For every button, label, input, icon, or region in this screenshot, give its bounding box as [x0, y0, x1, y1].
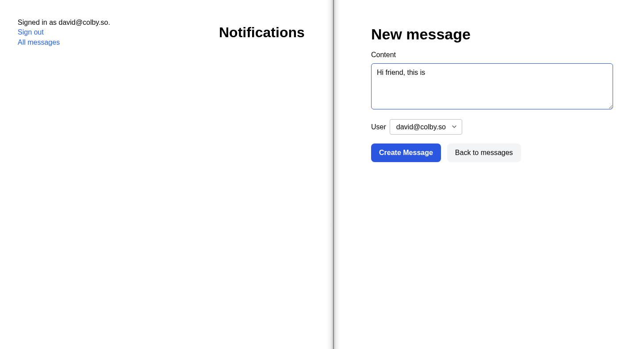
user-select[interactable]: david@colby.so — [390, 119, 462, 135]
pane-divider — [327, 0, 340, 349]
create-message-button[interactable]: Create Message — [371, 143, 441, 162]
right-pane: New message Content User david@colby.so … — [340, 0, 644, 349]
content-textarea[interactable] — [371, 63, 613, 109]
button-row: Create Message Back to messages — [371, 143, 613, 162]
notifications-heading: Notifications — [219, 24, 305, 41]
user-label: User — [371, 123, 386, 131]
user-row: User david@colby.so — [371, 119, 613, 135]
content-label: Content — [371, 51, 613, 59]
user-select-wrapper: david@colby.so — [390, 119, 462, 135]
new-message-heading: New message — [371, 26, 613, 43]
left-pane: Signed in as david@colby.so. Sign out Al… — [0, 0, 327, 349]
back-to-messages-button[interactable]: Back to messages — [447, 143, 521, 162]
